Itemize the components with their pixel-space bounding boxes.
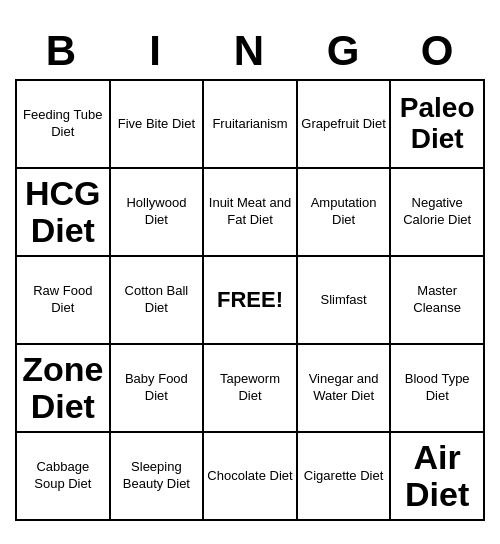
- header-letter: N: [203, 23, 297, 79]
- header-letter: O: [391, 23, 485, 79]
- bingo-cell: Amputation Diet: [298, 169, 392, 257]
- bingo-header: BINGO: [15, 23, 485, 79]
- bingo-cell: HCG Diet: [17, 169, 111, 257]
- bingo-cell: Cigarette Diet: [298, 433, 392, 521]
- bingo-cell: Paleo Diet: [391, 81, 485, 169]
- bingo-cell: Cotton Ball Diet: [111, 257, 205, 345]
- bingo-cell: Master Cleanse: [391, 257, 485, 345]
- bingo-cell: Zone Diet: [17, 345, 111, 433]
- bingo-cell: Baby Food Diet: [111, 345, 205, 433]
- bingo-cell: Vinegar and Water Diet: [298, 345, 392, 433]
- header-letter: B: [15, 23, 109, 79]
- bingo-cell: Slimfast: [298, 257, 392, 345]
- bingo-card: BINGO Feeding Tube DietFive Bite DietFru…: [15, 23, 485, 521]
- bingo-cell: Chocolate Diet: [204, 433, 298, 521]
- bingo-cell: Inuit Meat and Fat Diet: [204, 169, 298, 257]
- bingo-grid: Feeding Tube DietFive Bite DietFruitaria…: [15, 79, 485, 521]
- bingo-cell: Tapeworm Diet: [204, 345, 298, 433]
- bingo-cell: Hollywood Diet: [111, 169, 205, 257]
- bingo-cell: Five Bite Diet: [111, 81, 205, 169]
- bingo-cell: Sleeping Beauty Diet: [111, 433, 205, 521]
- bingo-cell: Blood Type Diet: [391, 345, 485, 433]
- header-letter: G: [297, 23, 391, 79]
- bingo-cell: Air Diet: [391, 433, 485, 521]
- bingo-cell: Feeding Tube Diet: [17, 81, 111, 169]
- bingo-cell: Fruitarianism: [204, 81, 298, 169]
- bingo-cell: FREE!: [204, 257, 298, 345]
- bingo-cell: Negative Calorie Diet: [391, 169, 485, 257]
- bingo-cell: Raw Food Diet: [17, 257, 111, 345]
- bingo-cell: Grapefruit Diet: [298, 81, 392, 169]
- bingo-cell: Cabbage Soup Diet: [17, 433, 111, 521]
- header-letter: I: [109, 23, 203, 79]
